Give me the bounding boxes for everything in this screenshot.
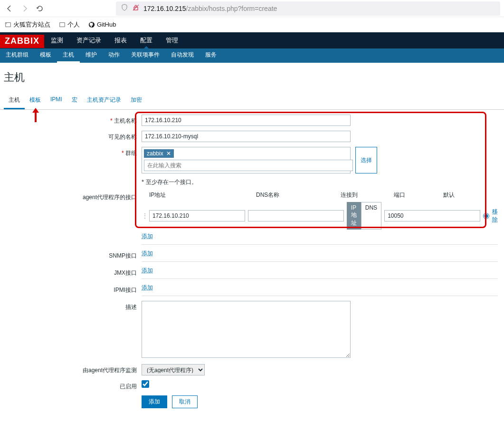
description-textarea[interactable] (142, 301, 351, 358)
proxy-label: 由agent代理程序监测 (4, 364, 142, 375)
select-groups-button[interactable]: 选择 (355, 147, 377, 173)
interface-required-text: 至少存在一个接口。 (146, 179, 197, 185)
menu-reports[interactable]: 报表 (108, 32, 133, 48)
url-bar[interactable]: 172.16.10.215/zabbix/hosts.php?form=crea… (116, 1, 500, 16)
agent-iface-label: agent代理程序的接口 (4, 191, 142, 202)
description-label: 描述 (4, 301, 142, 311)
tab-encryption[interactable]: 加密 (126, 92, 147, 109)
groups-multiselect[interactable]: zabbix✕ (142, 147, 351, 173)
submenu-maintenance[interactable]: 维护 (80, 48, 103, 63)
form-tabs: 主机 模板 IPMI 宏 主机资产记录 加密 (0, 92, 504, 110)
groups-label: * 群组 (4, 147, 142, 157)
enabled-label: 已启用 (4, 380, 142, 391)
drag-handle-icon[interactable]: ⋮⋮ (142, 212, 146, 220)
zabbix-logo[interactable]: ZABBIX (0, 35, 44, 48)
agent-add-link[interactable]: 添加 (142, 233, 153, 240)
tab-macros[interactable]: 宏 (67, 92, 82, 109)
proxy-select[interactable]: (无agent代理程序) (142, 364, 205, 375)
jmx-iface-label: JMX接口 (4, 267, 142, 277)
submenu-hostgroups[interactable]: 主机群组 (0, 48, 34, 63)
groups-search-input[interactable] (144, 160, 353, 171)
page-title: 主机 (4, 70, 500, 85)
ipmi-add-link[interactable]: 添加 (142, 284, 153, 291)
bookmark-bar: 火狐官方站点 个人 GitHub (0, 17, 504, 32)
submenu-hosts[interactable]: 主机 (57, 48, 80, 63)
submenu-actions[interactable]: 动作 (103, 48, 125, 63)
reload-button[interactable] (34, 3, 46, 14)
enabled-checkbox[interactable] (142, 380, 149, 388)
hostname-input[interactable] (142, 115, 351, 126)
visiblename-input[interactable] (142, 131, 351, 142)
iface-header-ip: IP地址 (149, 191, 256, 199)
sub-menu: 主机群组 模板 主机 维护 动作 关联项事件 自动发现 服务 (0, 48, 504, 63)
bookmark-firefox[interactable]: 火狐官方站点 (5, 20, 50, 29)
agent-dns-input[interactable] (248, 210, 344, 221)
submenu-discovery[interactable]: 自动发现 (165, 48, 200, 63)
menu-monitoring[interactable]: 监测 (44, 32, 70, 48)
iface-header-default: 默认 (443, 191, 455, 199)
agent-iface-row: ⋮⋮ IP地址 DNS 移除 (142, 202, 498, 230)
zabbix-header: ZABBIX 监测 资产记录 报表 配置 管理 (0, 32, 504, 48)
bookmark-personal[interactable]: 个人 (59, 20, 80, 29)
shield-icon (121, 4, 128, 13)
bookmark-github[interactable]: GitHub (88, 21, 116, 28)
menu-inventory[interactable]: 资产记录 (70, 32, 108, 48)
menu-administration[interactable]: 管理 (159, 32, 185, 48)
menu-configuration[interactable]: 配置 (133, 32, 159, 48)
tab-host[interactable]: 主机 (4, 92, 25, 109)
hostname-label: * 主机名称 (4, 115, 142, 125)
iface-header-connect: 连接到 (341, 191, 394, 199)
agent-default-radio[interactable] (483, 213, 489, 219)
submenu-templates[interactable]: 模板 (34, 48, 57, 63)
tab-inventory[interactable]: 主机资产记录 (82, 92, 126, 109)
iface-header: IP地址 DNS名称 连接到 端口 默认 (142, 191, 498, 199)
snmp-add-link[interactable]: 添加 (142, 250, 153, 257)
visiblename-label: 可见的名称 (4, 131, 142, 141)
connect-to-toggle: IP地址 DNS (347, 202, 381, 230)
connect-ip-button[interactable]: IP地址 (347, 202, 361, 230)
group-tag-zabbix[interactable]: zabbix✕ (144, 149, 174, 158)
jmx-add-link[interactable]: 添加 (142, 267, 153, 274)
iface-header-port: 端口 (394, 191, 443, 199)
cancel-button[interactable]: 取消 (172, 395, 198, 408)
form-footer: 添加 取消 (142, 395, 500, 408)
close-icon[interactable]: ✕ (166, 150, 171, 157)
submenu-correlation[interactable]: 关联项事件 (125, 48, 165, 63)
ipmi-iface-label: IPMI接口 (4, 284, 142, 294)
connect-dns-button[interactable]: DNS (361, 202, 381, 230)
agent-remove-link[interactable]: 移除 (492, 208, 498, 224)
lock-slash-icon (132, 4, 140, 13)
forward-button[interactable] (19, 3, 30, 14)
submenu-services[interactable]: 服务 (200, 48, 222, 63)
url-text: 172.16.10.215/zabbix/hosts.php?form=crea… (143, 5, 277, 12)
iface-header-dns: DNS名称 (256, 191, 341, 199)
page-title-bar: 主机 (0, 63, 504, 92)
form-container: * 主机名称 可见的名称 * 群组 zabbix✕ 选择 * 至少存在一个接口。… (0, 110, 504, 427)
browser-toolbar: 172.16.10.215/zabbix/hosts.php?form=crea… (0, 0, 504, 17)
tab-ipmi[interactable]: IPMI (46, 92, 67, 109)
snmp-iface-label: SNMP接口 (4, 250, 142, 260)
agent-ip-input[interactable] (149, 210, 245, 221)
submit-button[interactable]: 添加 (142, 395, 167, 408)
back-button[interactable] (4, 3, 15, 14)
agent-port-input[interactable] (384, 210, 480, 221)
main-menu: 监测 资产记录 报表 配置 管理 (44, 32, 185, 48)
